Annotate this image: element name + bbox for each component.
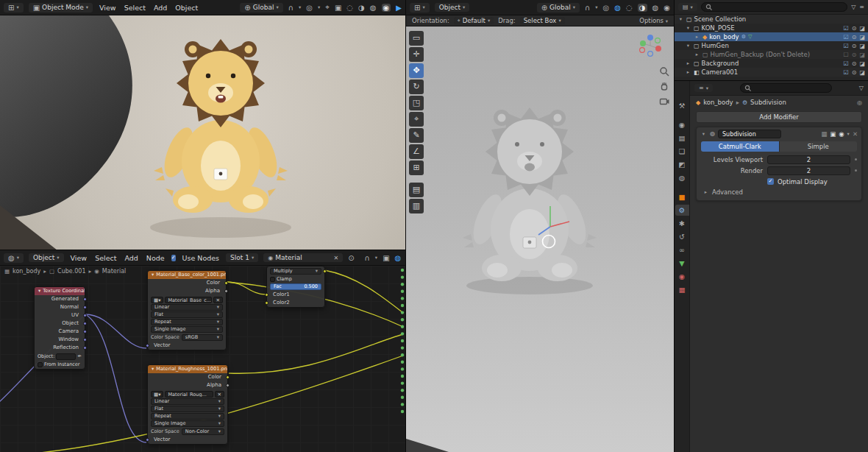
render-camera-icon[interactable]: ◪ [859, 69, 865, 76]
render-camera-icon[interactable]: ◪ [859, 60, 865, 67]
menu-view[interactable]: View [98, 4, 118, 12]
outliner-row-humgen-backup[interactable]: ▸ ▢ HumGen_Backup (Don't Delete) ☐⊙◪ [675, 50, 868, 59]
shading-solid-icon[interactable]: ◑ [638, 4, 647, 12]
tab-texture[interactable]: ▦ [675, 284, 689, 295]
menu-view[interactable]: View [69, 254, 89, 262]
zoom-icon[interactable] [659, 66, 669, 77]
fac-slider[interactable]: Fac0.500 [270, 283, 321, 290]
modifier-close-icon[interactable]: ✕ [853, 130, 858, 138]
checkbox-icon[interactable]: ☑ [844, 34, 849, 40]
outliner-row-kon-pose[interactable]: ▾ ▢ KON_POSE ☑⊙◪ [675, 24, 868, 32]
proportional-edit-icon[interactable]: ◎ [603, 4, 610, 12]
overlays-toggle-icon[interactable]: ▣ [383, 254, 389, 262]
menu-object[interactable]: Object [174, 4, 199, 12]
annotate-tool[interactable]: ✎ [409, 128, 424, 143]
render-display-toggle-icon[interactable]: ◉ [839, 130, 844, 138]
outliner-menu-icon[interactable]: ≡ [859, 4, 864, 10]
roughness-image-node[interactable]: ▾Material_Roughness_1001.png Color Alpha… [147, 364, 228, 445]
shading-rendered-icon[interactable]: ◉ [664, 4, 670, 12]
socket[interactable] [83, 297, 87, 301]
result-socket[interactable] [323, 269, 327, 273]
x-axis-handle[interactable] [655, 46, 661, 52]
outliner-row-scene-collection[interactable]: ▾ ▢ Scene Collection [675, 15, 868, 24]
outliner-search[interactable] [701, 2, 847, 12]
expander-icon[interactable]: ▾ [685, 43, 691, 49]
rendered-viewport-canvas[interactable] [0, 15, 405, 250]
interpolation-dropdown[interactable]: Linear▾ [151, 398, 224, 405]
render-camera-icon[interactable]: ◪ [859, 34, 865, 40]
scale-tool[interactable]: ◳ [409, 96, 424, 110]
material-name-field[interactable]: ◉ Material ✕ [263, 253, 343, 262]
tab-physics[interactable]: ↺ [675, 231, 689, 242]
color-space-dropdown[interactable]: Non-Color▾ [182, 428, 224, 435]
viewport-display-toggle-icon[interactable]: ▣ [830, 130, 836, 138]
extension-dropdown[interactable]: Repeat▾ [151, 319, 223, 325]
color2-socket[interactable] [265, 301, 268, 305]
checkbox-icon[interactable]: ☑ [844, 60, 849, 67]
image-name-field[interactable]: Material_Roug... [165, 391, 213, 398]
tab-object[interactable]: ■ [675, 191, 689, 202]
menu-add[interactable]: Add [152, 4, 168, 12]
source-dropdown[interactable]: Single Image▾ [151, 326, 223, 333]
menu-node[interactable]: Node [145, 254, 166, 262]
socket[interactable] [83, 346, 87, 350]
levels-viewport-field[interactable]: 2 [767, 155, 850, 164]
vector-socket[interactable] [146, 344, 149, 347]
snap-magnet-icon[interactable]: ∩ [288, 4, 294, 12]
render-camera-icon[interactable]: ◪ [859, 52, 865, 58]
from-instancer-checkbox[interactable] [38, 362, 43, 367]
hide-eye-icon[interactable]: ⊙ [852, 60, 857, 67]
editor-type-button[interactable]: ≡▾ [694, 84, 713, 92]
source-dropdown[interactable]: Single Image▾ [151, 420, 224, 427]
add-cube-tool[interactable]: ⊞ [409, 160, 424, 175]
expander-icon[interactable]: ▾ [685, 25, 691, 31]
expander-icon[interactable]: ▾ [677, 16, 684, 22]
edit-mode-toggle-icon[interactable]: ▦ [821, 130, 827, 138]
extra-tool-2[interactable]: ▥ [409, 199, 424, 213]
expander-icon[interactable]: ▸ [685, 69, 691, 75]
menu-add[interactable]: Add [123, 254, 139, 262]
search-input[interactable] [714, 4, 843, 10]
render-preview-icon[interactable]: ▶ [396, 4, 402, 12]
render-camera-icon[interactable]: ◪ [859, 43, 865, 49]
alpha-socket[interactable] [224, 289, 228, 293]
socket[interactable] [83, 330, 87, 333]
camera-view-icon[interactable] [659, 96, 669, 106]
measure-tool[interactable]: ∠ [409, 144, 424, 159]
hide-eye-icon[interactable]: ⊙ [852, 69, 857, 76]
checkbox-icon[interactable]: ☑ [844, 25, 849, 32]
tab-output[interactable]: ▤ [675, 133, 689, 144]
preview-shading-icon[interactable]: ◍ [395, 254, 402, 262]
properties-search[interactable] [740, 83, 832, 93]
pin-icon[interactable]: ◎ [857, 99, 862, 106]
node-canvas[interactable]: ▦ kon_body ▸ ▢ Cube.001 ▸ ◉ Material ▾Te… [0, 266, 406, 452]
tab-object-data[interactable]: ▼ [675, 258, 689, 269]
image-name-field[interactable]: Material_Base_c... [165, 297, 211, 303]
use-nodes-checkbox[interactable]: ✓ [171, 255, 176, 261]
z-axis-handle[interactable] [647, 35, 653, 40]
tab-view-layer[interactable]: ❏ [675, 146, 689, 157]
cursor-tool[interactable]: ✛ [409, 47, 424, 62]
expander-icon[interactable]: ▸ [694, 52, 700, 57]
socket[interactable] [83, 314, 87, 317]
modifier-name-field[interactable]: Subdivision [718, 130, 781, 138]
mode-dropdown[interactable]: Object▾ [435, 3, 470, 12]
add-modifier-button[interactable]: Add Modifier [696, 111, 862, 123]
animate-dot[interactable] [855, 169, 857, 172]
clamp-checkbox[interactable] [270, 277, 275, 282]
options-dropdown[interactable]: Options ▾ [639, 17, 668, 24]
modifier-wrench-icon[interactable]: ⚙ [741, 34, 746, 40]
tab-tool[interactable]: ⚒ [675, 100, 689, 111]
snap-magnet-icon[interactable]: ∩ [365, 254, 370, 262]
editor-type-button[interactable]: ⊞▾ [4, 3, 24, 13]
color-socket[interactable] [224, 281, 228, 285]
vector-socket[interactable] [146, 438, 149, 442]
hide-eye-icon[interactable]: ⊙ [852, 25, 857, 32]
shading-wireframe-icon[interactable]: ◌ [626, 4, 633, 12]
shader-type-dropdown[interactable]: Object▾ [29, 253, 64, 262]
shading-rendered-icon[interactable]: ◉ [382, 4, 391, 12]
extra-tool-1[interactable]: ▤ [409, 183, 424, 197]
editor-type-button[interactable]: ◍▾ [4, 253, 24, 263]
tab-constraints[interactable]: ∞ [675, 244, 689, 255]
panel-expander-icon[interactable]: ▾ [700, 131, 707, 137]
